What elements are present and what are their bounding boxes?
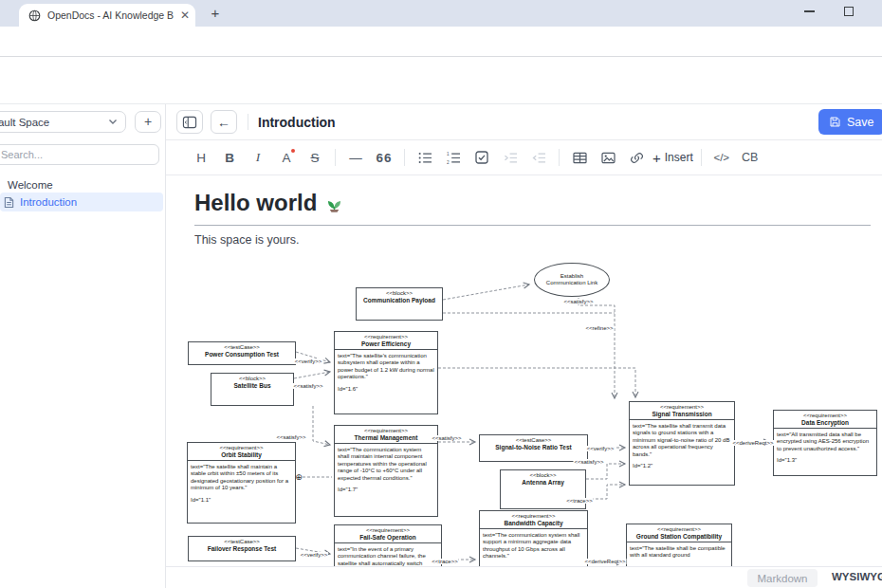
document-icon (4, 196, 14, 209)
edge-label: <<satisfy>> (275, 434, 306, 440)
window-maximize-button[interactable] (844, 7, 854, 16)
sidebar-item-introduction[interactable]: Introduction (0, 193, 163, 211)
toolbar-separator (701, 149, 702, 166)
text-color-button[interactable]: A (274, 146, 299, 169)
browser-window: { "browser": { "tab_title": "OpenDocs - … (0, 0, 882, 588)
edge-label: <<verify>> (294, 358, 322, 364)
edge-label: <<refine>> (584, 325, 614, 331)
blockquote-button[interactable]: 66 (372, 146, 396, 169)
sidebar-item-label: Introduction (20, 196, 77, 208)
edge-label: <<verify>> (586, 446, 615, 451)
edge-label: <<deriveReqt>> (583, 559, 626, 564)
toolbar-separator (335, 149, 336, 166)
edge-label: <<satisfy>> (292, 383, 323, 389)
space-selector[interactable]: Default Space (0, 111, 126, 133)
diagram-node-signal-to-noise-ratio-test: <<testCase>>Signal-to-Noise Ratio Test (479, 434, 588, 462)
diagram-node-power-efficiency: <<requirement>>Power Efficiencytext="The… (334, 331, 438, 414)
diagram-node-fail-safe-operation: <<requirement>>Fail-Safe Operationtext="… (334, 524, 442, 567)
numbered-list-icon[interactable]: 12 (441, 146, 466, 169)
color-dot (291, 149, 295, 153)
inline-code-button[interactable]: </> (709, 146, 734, 169)
diagram-node-communication-payload: <<block>>Communication Payload (356, 287, 443, 321)
editor-footer: Markdown WYSIWYG (166, 566, 882, 588)
diagram-edge (313, 406, 330, 445)
save-floppy-icon (829, 116, 841, 128)
code-block-button[interactable]: CB (738, 146, 763, 169)
diagram-edge (586, 464, 625, 479)
horizontal-rule-button[interactable]: — (343, 146, 368, 169)
table-icon[interactable] (567, 146, 592, 169)
containment-crosshair-icon: ⊕ (294, 472, 303, 482)
edge-label: <<verify>> (300, 552, 328, 558)
back-button[interactable]: ← (211, 110, 237, 134)
tab-favicon-globe-icon (28, 9, 41, 22)
toolbar-separator (559, 149, 560, 166)
doc-title: Introduction (258, 115, 336, 130)
insert-label: Insert (665, 151, 693, 164)
browser-tab-strip: OpenDocs - AI Knowledge Base ✕ + (0, 0, 882, 27)
sidebar-section-welcome: Welcome (8, 179, 53, 191)
link-icon[interactable] (624, 146, 649, 169)
diagram-edge (438, 368, 635, 397)
diagram-edge (586, 485, 625, 499)
strikethrough-button[interactable]: S (303, 146, 327, 169)
add-space-button[interactable]: + (135, 111, 161, 133)
app-header: OpenDocs Powered by Visual Paradigm Shar… (0, 57, 882, 104)
save-label: Save (847, 116, 874, 129)
tab-markdown[interactable]: Markdown (747, 569, 818, 587)
italic-button[interactable]: I (246, 146, 270, 169)
insert-button[interactable]: + Insert (652, 150, 693, 166)
space-name: Default Space (0, 117, 108, 128)
edge-label: <<trace>> (431, 559, 458, 564)
indent-icon[interactable] (498, 146, 523, 169)
diagram-node-orbit-stability: <<requirement>>Orbit Stabilitytext="The … (187, 442, 296, 524)
toggle-sidebar-button[interactable] (176, 110, 203, 134)
browser-tab[interactable]: OpenDocs - AI Knowledge Base ✕ (19, 4, 195, 27)
task-list-icon[interactable] (469, 146, 494, 169)
sidebar: Default Space + Welcome Introduction (0, 104, 166, 588)
search-input[interactable] (0, 144, 159, 165)
diagram-node-ground-station-compatibility: <<requirement>>Ground Station Compatibil… (626, 524, 732, 567)
diagram-node-satellite-bus: <<block>>Satellite Bus (211, 373, 294, 406)
tab-wysiwyg[interactable]: WYSIWYG (832, 571, 882, 582)
seedling-icon (324, 193, 344, 213)
diagram-node-establish-communication-link: Establish Communication Link (534, 263, 610, 297)
doc-header: ← Introduction Save (166, 104, 882, 140)
insert-plus-icon: + (652, 150, 661, 166)
svg-text:2: 2 (447, 159, 450, 163)
edge-label: <<satisfy>> (562, 299, 594, 304)
chevron-down-icon (108, 119, 118, 125)
edge-label: <<deriveReqt>> (731, 440, 774, 446)
edge-label: <<satisfy>> (573, 459, 604, 465)
window-minimize-button[interactable] (804, 10, 815, 12)
diagram-node-data-encryption: <<requirement>>Data Encryptiontext="All … (773, 410, 877, 476)
image-icon[interactable] (596, 146, 620, 169)
toolbar-separator (404, 149, 405, 166)
diagram-node-power-consumption-test: <<testCase>>Power Consumption Test (188, 341, 296, 365)
bold-button[interactable]: B (217, 146, 242, 169)
outdent-icon[interactable] (526, 146, 551, 169)
intro-paragraph: This space is yours. (194, 233, 299, 247)
svg-text:1: 1 (447, 152, 450, 156)
header-divider (248, 114, 248, 130)
diagram-node-failover-response-test: <<testCase>>Failover Response Test (188, 536, 296, 561)
text-color-label: A (282, 151, 290, 165)
tab-title: OpenDocs - AI Knowledge Base (47, 9, 174, 21)
diagram-node-signal-transmission: <<requirement>>Signal Transmissiontext="… (629, 401, 735, 486)
save-button[interactable]: Save (818, 109, 882, 135)
tab-close-icon[interactable]: ✕ (180, 9, 190, 21)
diagram-edge (294, 372, 330, 378)
new-tab-button[interactable]: + (205, 3, 226, 24)
back-arrow-icon: ← (217, 115, 230, 130)
editor-toolbar: H B I A S — 66 12 + Insert </> CB (166, 140, 882, 175)
diagram-node-thermal-management: <<requirement>>Thermal Managementtext="T… (334, 425, 438, 517)
diagram[interactable]: <<block>>Communication PayloadEstablish … (171, 254, 882, 567)
browser-url-bar: → ai-toolbox.visual-paradigm.com/app/ope… (0, 27, 882, 57)
edge-label: <<satisfy>> (431, 435, 462, 441)
diagram-edge (443, 285, 529, 300)
bullet-list-icon[interactable] (413, 146, 437, 169)
heading-button[interactable]: H (189, 146, 213, 169)
diagram-node-bandwidth-capacity: <<requirement>>Bandwidth Capacitytext="T… (479, 510, 588, 567)
page-title-text: Hello world (194, 190, 317, 216)
edge-label: <<trace>> (565, 498, 593, 504)
